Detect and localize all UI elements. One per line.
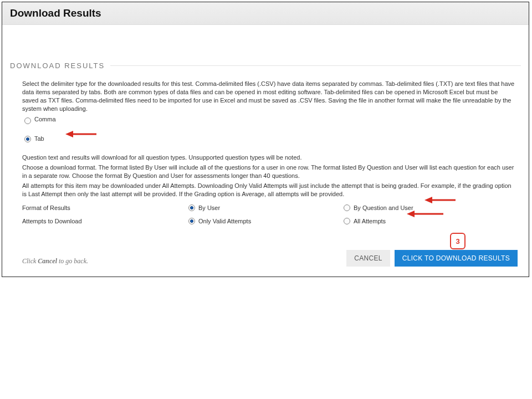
- attempts-row: Attempts to Download Only Valid Attempts…: [22, 214, 515, 228]
- page-header: Download Results: [2, 2, 529, 25]
- format-label: Format of Results: [22, 204, 188, 212]
- section-divider: [110, 65, 521, 66]
- mid-paragraph-3: All attempts for this item may be downlo…: [22, 182, 515, 198]
- footer-help-strong: Cancel: [38, 257, 57, 265]
- mid-paragraph-2: Choose a download format. The format lis…: [22, 163, 515, 180]
- format-row: Format of Results By User By Question an…: [22, 201, 515, 214]
- radio-label: Only Valid Attempts: [198, 217, 251, 226]
- footer-help-prefix: Click: [22, 257, 38, 265]
- attempts-option-valid[interactable]: Only Valid Attempts: [188, 217, 344, 226]
- attempts-label: Attempts to Download: [22, 217, 188, 226]
- delimiter-option-tab[interactable]: Tab: [22, 135, 515, 143]
- intro-paragraph: Select the delimiter type for the downlo…: [22, 80, 515, 112]
- radio-label: Tab: [34, 135, 44, 143]
- radio-label: Comma: [34, 115, 56, 124]
- callout-badge-3: 3: [450, 233, 466, 249]
- cancel-button[interactable]: CANCEL: [346, 250, 390, 267]
- radio-icon: [188, 218, 195, 224]
- page-frame: Download Results DOWNLOAD RESULTS Select…: [2, 2, 529, 277]
- radio-label: By User: [198, 204, 220, 212]
- attempts-option-all[interactable]: All Attempts: [344, 217, 499, 226]
- callout-number: 3: [456, 237, 459, 245]
- radio-icon: [344, 204, 350, 211]
- section-header-row: DOWNLOAD RESULTS: [10, 62, 521, 70]
- delimiter-option-comma[interactable]: Comma: [22, 115, 515, 124]
- button-row: CANCEL CLICK TO DOWNLOAD RESULTS: [346, 250, 518, 267]
- format-option-by-question-user[interactable]: By Question and User: [344, 204, 499, 212]
- radio-icon: [344, 218, 350, 224]
- format-option-by-user[interactable]: By User: [188, 204, 344, 212]
- radio-label: By Question and User: [354, 204, 413, 212]
- radio-icon: [188, 204, 195, 211]
- section-title: DOWNLOAD RESULTS: [10, 62, 110, 70]
- radio-icon: [24, 117, 31, 124]
- footer-help-suffix: to go back.: [57, 257, 88, 265]
- section-content: Select the delimiter type for the downlo…: [10, 80, 521, 266]
- options-grid: Format of Results By User By Question an…: [22, 201, 515, 228]
- radio-label: All Attempts: [354, 217, 386, 226]
- download-results-button[interactable]: CLICK TO DOWNLOAD RESULTS: [395, 250, 518, 267]
- radio-icon: [24, 136, 31, 142]
- page-title: Download Results: [10, 7, 101, 19]
- mid-paragraph-1: Question text and results will download …: [22, 154, 515, 162]
